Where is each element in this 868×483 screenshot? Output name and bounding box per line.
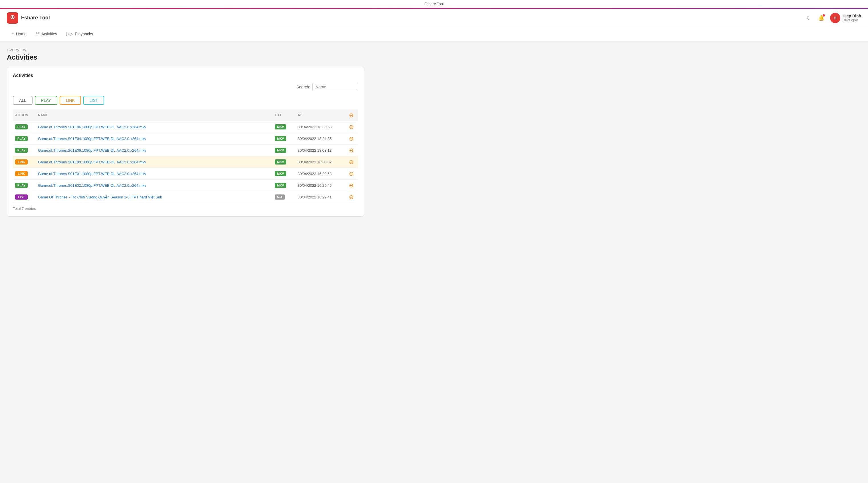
action-badge: PLAY	[15, 183, 28, 188]
timestamp: 30/04/2022 16:29:41	[298, 195, 332, 199]
cell-ext: MKV	[273, 180, 295, 191]
delete-row-button[interactable]: ⊖	[349, 136, 354, 141]
ext-badge: MKV	[275, 171, 286, 176]
table-row: PLAY Game.of.Thrones.S01E06.1080p.FPT.WE…	[13, 121, 358, 133]
ext-badge: MKV	[275, 148, 286, 153]
filter-link-button[interactable]: LINK	[60, 96, 81, 105]
file-link[interactable]: Game Of Thrones - Trò Chơi Vương Quyền S…	[38, 195, 162, 199]
cell-action: LINK	[13, 168, 36, 180]
activities-card: Activities Search: ALL PLAY LINK LIST AC…	[7, 67, 364, 217]
cell-action: PLAY	[13, 121, 36, 133]
search-label: Search:	[297, 85, 310, 89]
cell-action: PLAY	[13, 133, 36, 144]
delete-row-button[interactable]: ⊖	[349, 171, 354, 176]
delete-all-button[interactable]: ⊖	[349, 112, 354, 118]
activities-icon: ☷	[36, 31, 40, 36]
playbacks-icon: ▷▷	[66, 31, 73, 36]
home-icon: ⌂	[11, 31, 14, 36]
user-info: Hiep Dinh Developer	[843, 14, 861, 22]
ext-badge: MKV	[275, 136, 286, 141]
search-input[interactable]	[312, 83, 358, 91]
col-header-name: NAME	[36, 109, 273, 121]
cell-delete: ⊖	[347, 133, 358, 144]
search-row: Search:	[13, 83, 358, 91]
notification-dot	[823, 14, 825, 17]
action-badge: LINK	[15, 171, 28, 176]
cell-at: 30/04/2022 16:29:45	[295, 180, 347, 191]
cell-delete: ⊖	[347, 156, 358, 168]
timestamp: 30/04/2022 18:03:13	[298, 148, 332, 153]
table-row: PLAY Game.of.Thrones.S01E09.1080p.FPT.WE…	[13, 144, 358, 156]
action-badge: LINK	[15, 159, 28, 164]
table-row: LINK Game.of.Thrones.S01E01.1080p.FPT.WE…	[13, 168, 358, 180]
page-title: Activities	[7, 53, 364, 61]
cell-action: LIST	[13, 191, 36, 203]
notification-button[interactable]: 🔔	[817, 14, 826, 22]
card-title: Activities	[13, 73, 358, 78]
nav-label-playbacks: Playbacks	[75, 32, 93, 36]
cell-ext: MKV	[273, 121, 295, 133]
table-header: ACTION NAME EXT AT ⊖	[13, 109, 358, 121]
breadcrumb: OVERVIEW	[7, 48, 364, 52]
file-link[interactable]: Game.of.Thrones.S01E02.1080p.FPT.WEB-DL.…	[38, 183, 146, 188]
cell-at: 30/04/2022 18:03:13	[295, 144, 347, 156]
ext-badge: MKV	[275, 124, 286, 129]
nav-item-activities[interactable]: ☷ Activities	[31, 27, 62, 41]
user-role: Developer	[843, 18, 861, 22]
file-link[interactable]: Game.of.Thrones.S01E04.1080p.FPT.WEB-DL.…	[38, 136, 146, 141]
cell-name: Game.of.Thrones.S01E09.1080p.FPT.WEB-DL.…	[36, 144, 273, 156]
file-link[interactable]: Game.of.Thrones.S01E01.1080p.FPT.WEB-DL.…	[38, 172, 146, 176]
main-content: OVERVIEW Activities Activities Search: A…	[0, 41, 371, 224]
delete-row-button[interactable]: ⊖	[349, 124, 354, 130]
file-link[interactable]: Game.of.Thrones.S01E09.1080p.FPT.WEB-DL.…	[38, 148, 146, 153]
action-badge: LIST	[15, 194, 28, 200]
cell-delete: ⊖	[347, 121, 358, 133]
file-link[interactable]: Game.of.Thrones.S01E06.1080p.FPT.WEB-DL.…	[38, 125, 146, 129]
table-row: PLAY Game.of.Thrones.S01E02.1080p.FPT.WE…	[13, 180, 358, 191]
delete-row-button[interactable]: ⊖	[349, 183, 354, 188]
nav-item-home[interactable]: ⌂ Home	[7, 27, 31, 41]
nav-label-activities: Activities	[41, 32, 57, 36]
ext-badge: MKV	[275, 183, 286, 188]
total-entries: Total 7 entries	[13, 206, 358, 211]
delete-row-button[interactable]: ⊖	[349, 148, 354, 153]
nav: ⌂ Home ☷ Activities ▷▷ Playbacks	[0, 27, 868, 41]
cell-action: PLAY	[13, 144, 36, 156]
cell-at: 30/04/2022 16:30:02	[295, 156, 347, 168]
cell-delete: ⊖	[347, 144, 358, 156]
title-bar: Fshare Tool	[0, 0, 868, 8]
delete-row-button[interactable]: ⊖	[349, 194, 354, 200]
user-menu[interactable]: H Hiep Dinh Developer	[830, 13, 861, 23]
nav-item-playbacks[interactable]: ▷▷ Playbacks	[62, 27, 98, 41]
delete-row-button[interactable]: ⊖	[349, 159, 354, 165]
ext-badge: MKV	[275, 159, 286, 164]
file-link[interactable]: Game.of.Thrones.S01E03.1080p.FPT.WEB-DL.…	[38, 160, 146, 164]
filter-play-button[interactable]: PLAY	[35, 96, 57, 105]
table-row: LIST Game Of Thrones - Trò Chơi Vương Qu…	[13, 191, 358, 203]
activities-table: ACTION NAME EXT AT ⊖ PLAY Game.of.Thro	[13, 109, 358, 203]
timestamp: 30/04/2022 18:33:58	[298, 125, 332, 129]
cell-name: Game.of.Thrones.S01E06.1080p.FPT.WEB-DL.…	[36, 121, 273, 133]
dark-mode-button[interactable]: ☾	[806, 14, 812, 22]
user-name: Hiep Dinh	[843, 14, 861, 18]
table-body: PLAY Game.of.Thrones.S01E06.1080p.FPT.WE…	[13, 121, 358, 203]
cell-ext: MKV	[273, 168, 295, 180]
cell-action: PLAY	[13, 180, 36, 191]
cell-name: Game Of Thrones - Trò Chơi Vương Quyền S…	[36, 191, 273, 203]
timestamp: 30/04/2022 16:30:02	[298, 160, 332, 164]
timestamp: 30/04/2022 18:24:35	[298, 136, 332, 141]
col-header-action: ACTION	[13, 109, 36, 121]
filter-all-button[interactable]: ALL	[13, 96, 33, 105]
cell-ext: MKV	[273, 144, 295, 156]
cell-ext: N/A	[273, 191, 295, 203]
cell-name: Game.of.Thrones.S01E01.1080p.FPT.WEB-DL.…	[36, 168, 273, 180]
cell-name: Game.of.Thrones.S01E04.1080p.FPT.WEB-DL.…	[36, 133, 273, 144]
action-badge: PLAY	[15, 148, 28, 153]
cell-ext: MKV	[273, 156, 295, 168]
filter-list-button[interactable]: LIST	[83, 96, 104, 105]
app-logo	[7, 12, 18, 24]
timestamp: 30/04/2022 16:29:58	[298, 172, 332, 176]
app-name: Fshare Tool	[21, 15, 50, 21]
col-header-ext: EXT	[273, 109, 295, 121]
header: Fshare Tool ☾ 🔔 H Hiep Dinh Developer	[0, 9, 868, 27]
